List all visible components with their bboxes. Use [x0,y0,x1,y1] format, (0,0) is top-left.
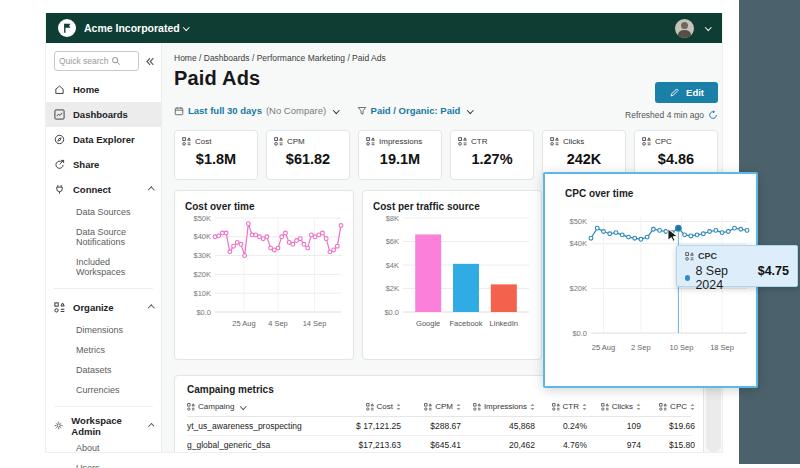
column-header-campaing[interactable]: Campaing [187,402,333,411]
sidebar-item-dimensions[interactable]: Dimensions [46,320,161,340]
kpi-value: 1.27% [458,151,526,167]
refresh-icon[interactable] [708,110,718,120]
metric-icon [182,137,191,146]
svg-text:$4K: $4K [386,261,399,270]
search-input[interactable] [59,56,111,66]
edit-button[interactable]: Edit [655,82,718,103]
sidebar-item-data-sources[interactable]: Data Sources [46,202,161,222]
pencil-icon [669,87,680,98]
metric-icon [642,137,651,146]
sidebar-item-label: Connect [73,184,111,195]
kpi-card-ctr[interactable]: CTR 1.27% [450,130,534,180]
cell-impressions: 20,462 [463,440,535,450]
svg-text:2 Sep: 2 Sep [631,343,651,352]
home-icon [54,84,65,95]
sidebar-item-metrics[interactable]: Metrics [46,340,161,360]
search-box [54,51,139,71]
cost-over-time-chart[interactable]: $50K$40K$30K$20K$10K$0.025 Aug4 Sep14 Se… [185,212,345,342]
sidebar-item-connect[interactable]: Connect [46,177,161,202]
sidebar-item-share[interactable]: Share [46,152,161,177]
svg-text:$6K: $6K [386,237,399,246]
series-dot [685,275,690,281]
kpi-value: $1.8M [182,151,250,167]
chart-tooltip: CPC 8 Sep 2024 $4.75 [676,245,798,287]
column-label: CPC [670,402,687,411]
metric-icon [366,137,375,146]
collapse-sidebar-icon[interactable] [144,56,155,67]
segment-filter-label: Paid / Organic: Paid [371,105,461,116]
svg-text:Facebook: Facebook [450,319,483,328]
column-header-cpm[interactable]: CPM [403,402,461,411]
svg-text:Google: Google [416,319,440,328]
sidebar-item-currencies[interactable]: Currencies [46,380,161,400]
share-icon [54,159,65,170]
column-label: Cost [377,402,393,411]
sidebar-item-data-explorer[interactable]: Data Explorer [46,127,161,152]
sidebar-item-organize[interactable]: Organize [46,295,161,320]
org-switcher[interactable]: Acme Incorporated [84,22,188,34]
user-avatar[interactable] [675,19,694,38]
scrollbar[interactable] [706,382,721,452]
svg-text:$0.0: $0.0 [384,308,399,317]
kpi-label: CPC [655,137,672,146]
chevron-up-icon [148,305,154,311]
compass-icon [54,134,65,145]
segment-filter[interactable]: Paid / Organic: Paid [357,105,473,116]
metric-icon [601,403,609,411]
kpi-label: CTR [471,137,487,146]
chart-title: Cost over time [185,201,343,212]
column-header-cpc[interactable]: CPC [643,402,695,411]
kpi-value: $61.82 [274,151,342,167]
kpi-card-cost[interactable]: Cost $1.8M [174,130,258,180]
sidebar-item-workspace-admin[interactable]: Workspace Admin [46,413,161,438]
sidebar-item-users[interactable]: Users [46,458,161,468]
table-row[interactable]: g_global_generic_dsa $17,213.63 $645.41 … [187,436,691,452]
table-row[interactable]: yt_us_awareness_prospecting $ 17,121.25 … [187,417,691,436]
metric-icon [187,403,195,411]
sort-icon [396,403,401,411]
kpi-value: 242K [550,151,618,167]
sidebar-item-included-workspaces[interactable]: Included Workspaces [46,252,161,282]
compare-label: (No Compare) [266,105,326,116]
kpi-card-cpm[interactable]: CPM $61.82 [266,130,350,180]
metric-icon [659,403,667,411]
column-header-impressions[interactable]: Impressions [463,402,535,411]
svg-text:$50K: $50K [569,217,587,226]
svg-text:$50K: $50K [193,214,211,223]
sidebar-item-about[interactable]: About [46,438,161,458]
sidebar-item-home[interactable]: Home [46,77,161,102]
svg-text:$20K: $20K [569,284,587,293]
kpi-label: Clicks [563,137,584,146]
svg-text:$8K: $8K [386,214,399,223]
metric-icon [424,403,432,411]
svg-text:$40K: $40K [193,232,211,241]
sidebar-item-dashboards[interactable]: Dashboards [46,102,161,127]
sidebar-item-datasets[interactable]: Datasets [46,360,161,380]
column-header-clicks[interactable]: Clicks [589,402,641,411]
date-range-filter[interactable]: Last full 30 days (No Compare) [174,105,339,116]
sidebar-item-label: Data Explorer [73,134,135,145]
svg-text:$2K: $2K [386,284,399,293]
sort-icon [530,403,535,411]
sidebar-item-label: Share [73,159,99,170]
svg-text:18 Sep: 18 Sep [710,343,734,352]
chevron-down-icon[interactable] [705,24,711,30]
svg-text:$30K: $30K [193,251,211,260]
tooltip-metric: CPC [698,251,717,261]
svg-text:25 Aug: 25 Aug [232,319,255,328]
svg-text:$20K: $20K [193,270,211,279]
column-header-cost[interactable]: Cost [335,402,401,411]
column-header-ctr[interactable]: CTR [537,402,587,411]
sidebar-item-data-source-notifications[interactable]: Data Source Notifications [46,222,161,252]
kpi-label: Cost [195,137,211,146]
chart-title: Cost per traffic source [373,201,531,212]
sort-icon [636,403,641,411]
breadcrumb[interactable]: Home / Dashboards / Performance Marketin… [174,53,386,63]
cost-per-traffic-source-chart[interactable]: $8K$6K$4K$2K$0.0GoogleFacebookLinkedIn [373,212,533,342]
divider [54,406,153,407]
svg-text:14 Sep: 14 Sep [303,319,327,328]
kpi-card-impressions[interactable]: Impressions 19.1M [358,130,442,180]
divider [54,288,153,289]
sidebar-item-label: Dashboards [73,109,128,120]
metric-icon [552,403,560,411]
